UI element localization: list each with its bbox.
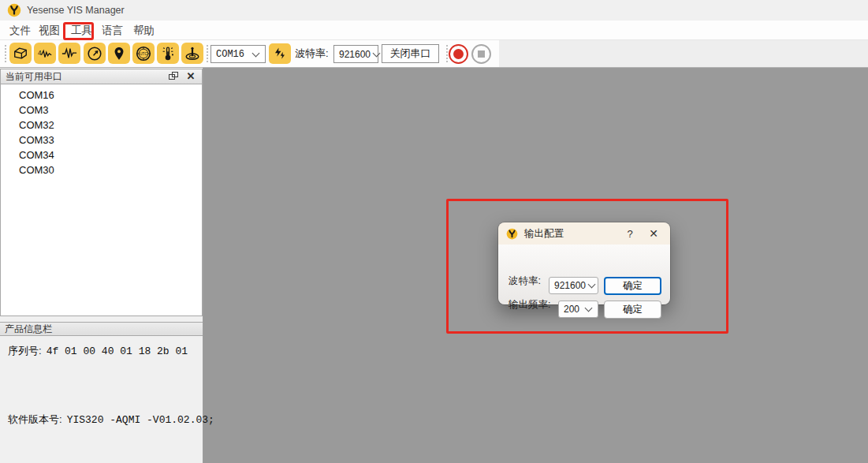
toolbar-button-location[interactable] [108, 43, 130, 64]
product-info-header: 产品信息栏 [0, 322, 203, 336]
menu-item-tools[interactable]: 工具 [69, 23, 94, 39]
serial-number-label: 序列号: [8, 345, 42, 357]
ports-panel-header: 当前可用串口 ✕ [0, 69, 203, 84]
toolbar-drag-handle[interactable] [206, 44, 209, 63]
close-panel-icon[interactable]: ✕ [184, 71, 197, 82]
menu-item-file[interactable]: 文件 [8, 23, 32, 39]
dialog-help-button[interactable]: ? [620, 228, 640, 240]
dialog-baud-label: 波特率: [509, 274, 541, 288]
record-button[interactable] [449, 44, 468, 64]
firmware-version-label: 软件版本号: [8, 413, 62, 425]
record-icon [453, 49, 464, 59]
refresh-ports-button[interactable] [269, 43, 291, 64]
dialog-baud-confirm-button[interactable]: 确定 [604, 277, 661, 295]
serial-number-row: 序列号:4f 01 00 40 01 18 2b 01 [8, 344, 188, 358]
toolbar-button-angle-chart[interactable]: 4 [34, 43, 56, 64]
refresh-bolts-icon [273, 47, 287, 61]
stop-icon [478, 50, 485, 58]
thermometer-icon [159, 45, 177, 62]
port-select-value: COM16 [211, 49, 250, 60]
svg-text:UTC: UTC [140, 51, 147, 55]
ports-panel-title: 当前可用串口 [6, 70, 167, 84]
menu-bar: 文件 视图 工具 语言 帮助 [0, 21, 868, 40]
toolbar-button-3d-view[interactable] [9, 43, 32, 64]
dialog-body: 波特率: 921600 确定 输出频率: 200 确定 [498, 245, 670, 304]
dialog-freq-value: 200 [559, 304, 583, 315]
toolbar-button-utc-clock[interactable]: UTC [132, 43, 155, 64]
window-title: Yesense YIS Manager [27, 5, 125, 16]
float-panel-icon[interactable] [167, 71, 180, 82]
firmware-version-value: YIS320 -AQMI -V01.02.03; [67, 414, 214, 426]
menu-item-language[interactable]: 语言 [100, 23, 125, 39]
chevron-down-icon [585, 304, 593, 312]
baud-rate-value: 921600 [334, 49, 371, 60]
baud-rate-select[interactable]: 921600 [333, 45, 378, 63]
gauge-icon [86, 45, 103, 62]
utc-clock-icon: UTC [135, 45, 152, 62]
baud-rate-label: 波特率: [295, 47, 329, 61]
close-serial-port-button[interactable]: 关闭串口 [382, 44, 439, 63]
list-item-port[interactable]: COM34 [1, 147, 202, 162]
chevron-down-icon [588, 281, 596, 289]
menu-item-view[interactable]: 视图 [37, 23, 61, 39]
list-item-port[interactable]: COM32 [1, 118, 202, 133]
location-pin-icon [111, 45, 127, 62]
cube-3d-icon [12, 46, 29, 62]
window-titlebar: Yesense YIS Manager [0, 0, 868, 21]
toolbar-button-waveform[interactable] [58, 43, 80, 64]
stop-button[interactable] [471, 44, 491, 64]
dialog-freq-select[interactable]: 200 [558, 301, 598, 318]
dialog-baud-value: 921600 [549, 280, 586, 291]
dialog-title: 输出配置 [524, 227, 620, 241]
chevron-down-icon [252, 49, 260, 57]
firmware-version-row: 软件版本号:YIS320 -AQMI -V01.02.03; [8, 413, 214, 427]
app-logo-icon [7, 3, 21, 17]
list-item-port[interactable]: COM16 [1, 88, 202, 103]
dialog-freq-confirm-button[interactable]: 确定 [604, 301, 661, 319]
left-dock-panel: 当前可用串口 ✕ COM16 COM3 COM32 COM33 COM34 CO… [0, 68, 203, 463]
output-config-dialog: 输出配置 ? ✕ 波特率: 921600 确定 输出频率: 200 确定 [498, 222, 670, 304]
dialog-titlebar[interactable]: 输出配置 ? ✕ [498, 222, 670, 245]
dialog-freq-label: 输出频率: [509, 298, 550, 312]
toolbar-drag-handle[interactable] [4, 44, 7, 63]
dialog-logo-icon [506, 228, 518, 240]
list-item-port[interactable]: COM33 [1, 133, 202, 147]
list-item-port[interactable]: COM3 [1, 103, 202, 118]
toolbar-button-temperature[interactable] [157, 43, 179, 64]
dialog-close-button[interactable]: ✕ [640, 227, 667, 240]
menu-item-help[interactable]: 帮助 [132, 23, 156, 39]
serial-port-list: COM16 COM3 COM32 COM33 COM34 COM30 [0, 84, 203, 316]
port-select[interactable]: COM16 [210, 45, 266, 63]
serial-number-value: 4f 01 00 40 01 18 2b 01 [47, 345, 188, 357]
angle-waveform-icon: 4 [36, 46, 54, 62]
pulse-waveform-icon [61, 46, 78, 62]
toolbar-button-calibration[interactable] [181, 43, 203, 64]
list-item-port[interactable]: COM30 [1, 162, 202, 177]
dialog-baud-select[interactable]: 921600 [549, 277, 598, 294]
toolbar-button-gauge[interactable] [84, 43, 106, 64]
level-pin-icon [184, 45, 201, 62]
svg-text:4: 4 [38, 49, 42, 56]
